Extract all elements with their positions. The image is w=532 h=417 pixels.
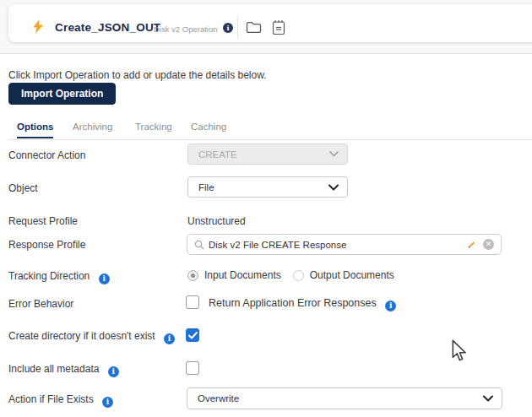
operation-title: Create_JSON_OUT <box>55 21 160 34</box>
include-metadata-label: Include all metadata i <box>8 363 119 376</box>
edit-pencil-icon[interactable] <box>465 239 476 250</box>
create-directory-label: Create directory if it doesn't exist i <box>8 330 175 343</box>
create-directory-checkbox[interactable] <box>186 328 199 342</box>
error-behavior-label: Error Behavior <box>8 298 73 310</box>
operation-type-label: Disk v2 Operation <box>154 24 218 34</box>
header-card: Create_JSON_OUT Disk v2 Operation i <box>8 4 532 42</box>
output-documents-radio[interactable] <box>293 270 304 281</box>
connector-action-label: Connector Action <box>8 149 85 161</box>
tab-caching[interactable]: Caching <box>191 122 226 137</box>
tab-bar: Options Archiving Tracking Caching <box>8 122 532 140</box>
error-behavior-info-icon[interactable]: i <box>385 301 396 311</box>
action-if-file-exists-select[interactable]: Overwrite <box>187 387 502 409</box>
tab-tracking[interactable]: Tracking <box>135 122 172 137</box>
operation-config-panel: Create_JSON_OUT Disk v2 Operation i Clic… <box>0 0 532 417</box>
error-behavior-checkbox-label: Return Application Error Responses i <box>209 297 396 310</box>
request-profile-value: Unstructured <box>187 215 246 227</box>
connector-action-select: CREATE <box>187 144 348 165</box>
request-profile-label: Request Profile <box>8 215 78 227</box>
folder-icon[interactable] <box>246 21 262 37</box>
response-profile-input[interactable]: Disk v2 File CREATE Response ✕ <box>187 234 502 255</box>
input-documents-label: Input Documents <box>204 269 281 281</box>
search-icon <box>194 240 204 250</box>
check-icon <box>188 332 198 339</box>
tab-bar-underline <box>8 139 532 140</box>
mouse-cursor <box>450 339 469 366</box>
response-profile-label: Response Profile <box>8 239 85 251</box>
create-directory-info-icon[interactable]: i <box>164 333 175 344</box>
include-metadata-label-text: Include all metadata <box>8 363 99 375</box>
notepad-icon[interactable] <box>272 19 285 39</box>
operation-info-icon[interactable]: i <box>223 23 233 33</box>
error-behavior-checkbox[interactable] <box>186 295 199 309</box>
output-documents-label: Output Documents <box>310 269 394 281</box>
lightning-icon <box>32 19 45 37</box>
chevron-down-icon <box>328 184 339 191</box>
error-behavior-checkbox-text: Return Application Error Responses <box>209 297 377 309</box>
action-if-file-exists-value: Overwrite <box>198 393 483 403</box>
header-divider <box>237 16 238 39</box>
tracking-direction-label: Tracking Direction i <box>8 270 110 283</box>
action-if-file-exists-label-text: Action if File Exists <box>8 393 94 405</box>
action-if-file-exists-label: Action if File Exists i <box>8 393 113 406</box>
response-profile-value: Disk v2 File CREATE Response <box>209 240 465 250</box>
object-value: File <box>198 182 328 192</box>
include-metadata-checkbox[interactable] <box>186 361 199 375</box>
object-label: Object <box>8 182 38 194</box>
create-directory-label-text: Create directory if it doesn't exist <box>8 330 155 342</box>
input-documents-radio[interactable] <box>187 270 198 281</box>
chevron-down-icon <box>483 395 493 402</box>
tracking-direction-radios: Input Documents Output Documents <box>187 269 394 281</box>
tracking-direction-info-icon[interactable]: i <box>99 273 110 284</box>
object-select[interactable]: File <box>187 176 348 198</box>
tab-options[interactable]: Options <box>17 122 53 138</box>
instruction-text: Click Import Operation to add or update … <box>8 69 267 81</box>
connector-action-value: CREATE <box>198 149 329 160</box>
clear-icon[interactable]: ✕ <box>483 239 494 250</box>
action-if-file-exists-info-icon[interactable]: i <box>102 397 113 408</box>
chevron-down-icon <box>329 151 339 157</box>
include-metadata-info-icon[interactable]: i <box>108 366 119 377</box>
import-operation-button[interactable]: Import Operation <box>8 83 116 105</box>
tab-archiving[interactable]: Archiving <box>73 122 112 137</box>
tracking-direction-label-text: Tracking Direction <box>8 270 90 282</box>
